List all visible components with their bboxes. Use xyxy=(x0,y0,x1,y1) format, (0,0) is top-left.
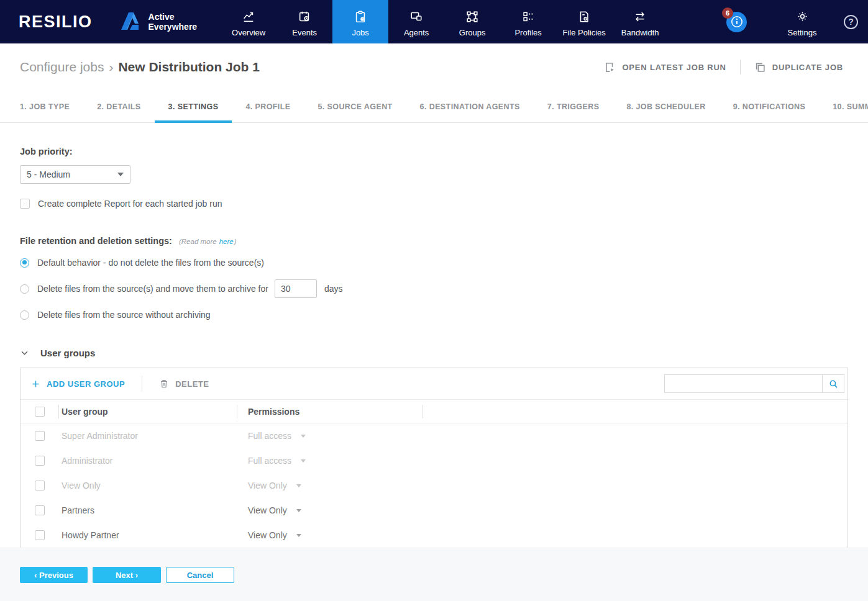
tab-settings[interactable]: 3. SETTINGS xyxy=(155,91,232,122)
nav-item-file-policies[interactable]: File Policies xyxy=(556,0,612,43)
plus-icon xyxy=(31,379,40,389)
search-input[interactable] xyxy=(664,374,822,393)
chevron-down-icon xyxy=(117,173,124,176)
active-everywhere-mark-icon xyxy=(117,10,142,34)
report-checkbox-row: Create complete Report for each started … xyxy=(20,199,868,209)
permission-dropdown[interactable]: Full access xyxy=(237,431,423,441)
tab-job-scheduler[interactable]: 8. JOB SCHEDULER xyxy=(613,91,719,122)
cancel-button[interactable]: Cancel xyxy=(166,567,234,583)
nav-item-settings[interactable]: Settings xyxy=(779,7,825,37)
open-latest-job-run-button[interactable]: OPEN LATEST JOB RUN xyxy=(604,61,726,73)
add-user-group-button[interactable]: ADD USER GROUP xyxy=(31,379,125,389)
nav-label: Overview xyxy=(232,28,265,37)
nav-item-overview[interactable]: Overview xyxy=(221,0,276,43)
help-button[interactable]: ? xyxy=(844,15,858,29)
chevron-down-icon xyxy=(301,459,306,463)
nav-label: Bandwidth xyxy=(621,28,659,37)
product-line2: Everywhere xyxy=(148,22,198,32)
next-button[interactable]: Next › xyxy=(93,567,161,583)
user-groups-section-header: User groups xyxy=(20,348,868,358)
tab-details[interactable]: 2. DETAILS xyxy=(83,91,154,122)
document-play-icon xyxy=(604,61,616,73)
permission-value: View Only xyxy=(248,505,287,515)
tab-job-type[interactable]: 1. JOB TYPE xyxy=(6,91,83,122)
open-latest-job-run-label: OPEN LATEST JOB RUN xyxy=(622,63,726,72)
row-checkbox[interactable] xyxy=(35,431,45,441)
nav-item-groups[interactable]: Groups xyxy=(444,0,500,43)
table-row-administrator[interactable]: Administrator Full access xyxy=(21,448,847,473)
trash-icon xyxy=(159,379,169,389)
navbar-right: 6 Settings ? xyxy=(726,0,868,43)
report-checkbox[interactable] xyxy=(20,199,30,209)
wizard-footer: ‹ Previous Next › Cancel xyxy=(0,548,868,601)
breadcrumb-separator: › xyxy=(109,60,113,75)
brand-text: RESILIO xyxy=(19,12,93,32)
duplicate-job-button[interactable]: DUPLICATE JOB xyxy=(754,61,843,73)
table-search xyxy=(664,374,844,393)
nav-item-jobs[interactable]: Jobs xyxy=(332,0,388,43)
table-row-super-administrator[interactable]: Super Administrator Full access xyxy=(21,423,847,448)
tab-notifications[interactable]: 9. NOTIFICATIONS xyxy=(720,91,820,122)
user-group-name: Super Administrator xyxy=(59,431,237,441)
notifications-info-button[interactable]: 6 xyxy=(726,12,747,32)
tab-profile[interactable]: 4. PROFILE xyxy=(232,91,304,122)
header-actions: OPEN LATEST JOB RUN DUPLICATE JOB xyxy=(604,60,843,75)
nav-label: Settings xyxy=(788,28,817,37)
read-more-link[interactable]: here xyxy=(219,238,234,245)
table-toolbar: ADD USER GROUP DELETE xyxy=(21,368,847,400)
nav-label: Profiles xyxy=(514,28,541,37)
document-gear-icon xyxy=(577,9,591,24)
user-group-name: Partners xyxy=(59,505,237,515)
actions-divider xyxy=(740,60,741,75)
row-checkbox[interactable] xyxy=(35,530,45,540)
nav-item-bandwidth[interactable]: Bandwidth xyxy=(612,0,668,43)
user-group-name: Howdy Partner xyxy=(59,530,237,540)
profiles-dots-icon xyxy=(521,9,535,24)
column-permissions: Permissions xyxy=(237,407,423,417)
permission-value: Full access xyxy=(248,456,291,466)
active-everywhere-logo: Active Everywhere xyxy=(117,0,198,43)
permission-dropdown[interactable]: View Only xyxy=(237,481,423,490)
radio-no-archive[interactable] xyxy=(20,310,29,320)
table-row-howdy-partner[interactable]: Howdy Partner View Only xyxy=(21,523,847,548)
row-checkbox[interactable] xyxy=(35,481,45,490)
radio-archive[interactable] xyxy=(20,284,29,294)
delete-button[interactable]: DELETE xyxy=(159,379,209,389)
collapse-chevron-icon[interactable] xyxy=(20,348,29,358)
permission-dropdown[interactable]: View Only xyxy=(237,505,423,515)
permission-value: View Only xyxy=(248,481,287,490)
nav-item-agents[interactable]: Agents xyxy=(388,0,444,43)
permission-dropdown[interactable]: Full access xyxy=(237,456,423,466)
tab-destination-agents[interactable]: 6. DESTINATION AGENTS xyxy=(406,91,534,122)
nav-label: File Policies xyxy=(562,28,605,37)
previous-button[interactable]: ‹ Previous xyxy=(20,567,88,583)
search-icon xyxy=(828,379,839,389)
tab-source-agent[interactable]: 5. SOURCE AGENT xyxy=(304,91,406,122)
duplicate-job-label: DUPLICATE JOB xyxy=(772,63,843,72)
column-divider xyxy=(423,405,423,418)
job-priority-select[interactable]: 5 - Medium xyxy=(20,165,130,184)
permission-value: Full access xyxy=(248,431,291,441)
toolbar-divider xyxy=(142,376,142,392)
job-priority-label: Job priority: xyxy=(20,147,868,156)
settings-form: Job priority: 5 - Medium Create complete… xyxy=(0,147,868,358)
nav-item-profiles[interactable]: Profiles xyxy=(500,0,556,43)
tab-summary[interactable]: 10. SUMMARY xyxy=(819,91,868,122)
archive-days-input[interactable] xyxy=(275,279,317,298)
radio-default-label: Default behavior - do not delete the fil… xyxy=(37,258,264,268)
radio-default-behavior[interactable] xyxy=(20,258,29,268)
table-row-view-only[interactable]: View Only View Only xyxy=(21,473,847,498)
permission-dropdown[interactable]: View Only xyxy=(237,530,423,540)
tab-triggers[interactable]: 7. TRIGGERS xyxy=(534,91,613,122)
nav-label: Agents xyxy=(404,28,429,37)
nav-label: Jobs xyxy=(352,28,368,37)
radio-no-archive-label: Delete files from the source without arc… xyxy=(37,310,211,320)
row-checkbox[interactable] xyxy=(35,456,45,466)
main-nav: Overview Events xyxy=(221,0,668,43)
breadcrumb-configure-jobs[interactable]: Configure jobs xyxy=(20,60,104,75)
select-all-checkbox[interactable] xyxy=(35,407,45,417)
table-row-partners[interactable]: Partners View Only xyxy=(21,498,847,523)
search-button[interactable] xyxy=(822,374,844,393)
row-checkbox[interactable] xyxy=(35,505,45,515)
nav-item-events[interactable]: Events xyxy=(276,0,332,43)
